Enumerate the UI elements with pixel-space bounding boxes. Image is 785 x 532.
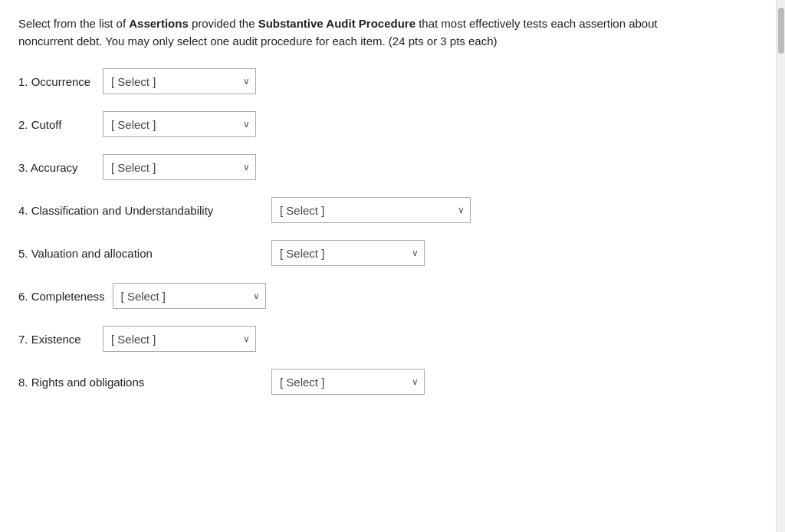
intro-text-2: provided the	[189, 17, 258, 30]
select-wrapper-2: [ Select ]∨	[103, 111, 256, 137]
assertion-row-4: 4. Classification and Understandability[…	[18, 197, 767, 223]
select-dropdown-5[interactable]: [ Select ]	[271, 240, 425, 266]
assertion-label-4: 4. Classification and Understandability	[18, 204, 264, 217]
select-wrapper-3: [ Select ]∨	[103, 154, 256, 180]
scrollbar-thumb[interactable]	[778, 8, 784, 54]
assertion-row-8: 8. Rights and obligations[ Select ]∨	[18, 369, 767, 395]
assertion-row-6: 6. Completeness[ Select ]∨	[18, 283, 767, 309]
assertion-label-2: 2. Cutoff	[18, 118, 95, 131]
scrollbar[interactable]	[776, 0, 785, 532]
select-dropdown-7[interactable]: [ Select ]	[103, 326, 256, 352]
assertion-row-2: 2. Cutoff[ Select ]∨	[18, 111, 767, 137]
intro-bold-procedure: Substantive Audit Procedure	[258, 17, 415, 30]
assertion-label-5: 5. Valuation and allocation	[18, 247, 264, 260]
select-wrapper-7: [ Select ]∨	[103, 326, 256, 352]
assertion-row-3: 3. Accuracy[ Select ]∨	[18, 154, 767, 180]
intro-text-1: Select from the list of	[18, 17, 129, 30]
select-dropdown-6[interactable]: [ Select ]	[113, 283, 266, 309]
assertion-row-1: 1. Occurrence[ Select ]∨	[18, 68, 767, 94]
select-dropdown-4[interactable]: [ Select ]	[271, 197, 471, 223]
assertion-label-6: 6. Completeness	[18, 290, 105, 303]
select-wrapper-4: [ Select ]∨	[271, 197, 471, 223]
assertion-label-3: 3. Accuracy	[18, 161, 95, 174]
intro-paragraph: Select from the list of Assertions provi…	[18, 15, 708, 50]
select-wrapper-1: [ Select ]∨	[103, 68, 256, 94]
assertion-label-7: 7. Existence	[18, 333, 95, 346]
assertion-label-1: 1. Occurrence	[18, 75, 95, 88]
assertion-row-5: 5. Valuation and allocation[ Select ]∨	[18, 240, 767, 266]
select-dropdown-3[interactable]: [ Select ]	[103, 154, 256, 180]
select-dropdown-8[interactable]: [ Select ]	[271, 369, 425, 395]
assertion-label-8: 8. Rights and obligations	[18, 376, 264, 389]
select-wrapper-6: [ Select ]∨	[113, 283, 266, 309]
assertion-rows-container: 1. Occurrence[ Select ]∨2. Cutoff[ Selec…	[18, 68, 767, 395]
select-dropdown-2[interactable]: [ Select ]	[103, 111, 256, 137]
select-dropdown-1[interactable]: [ Select ]	[103, 68, 256, 94]
intro-bold-assertions: Assertions	[129, 17, 189, 30]
select-wrapper-5: [ Select ]∨	[271, 240, 425, 266]
select-wrapper-8: [ Select ]∨	[271, 369, 425, 395]
assertion-row-7: 7. Existence[ Select ]∨	[18, 326, 767, 352]
